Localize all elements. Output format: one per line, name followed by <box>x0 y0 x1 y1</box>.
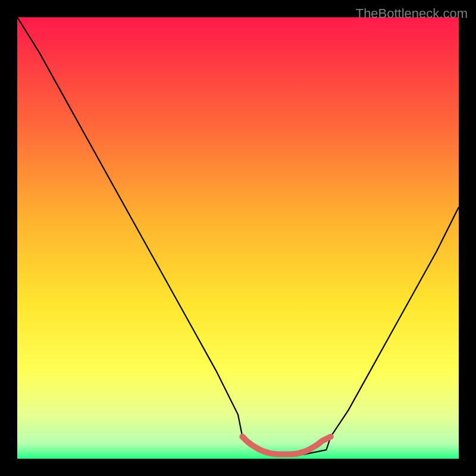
gradient-background <box>17 17 459 459</box>
chart-plot-area <box>17 17 459 459</box>
watermark-text: TheBottleneck.com <box>356 6 468 21</box>
chart-svg <box>17 17 459 459</box>
